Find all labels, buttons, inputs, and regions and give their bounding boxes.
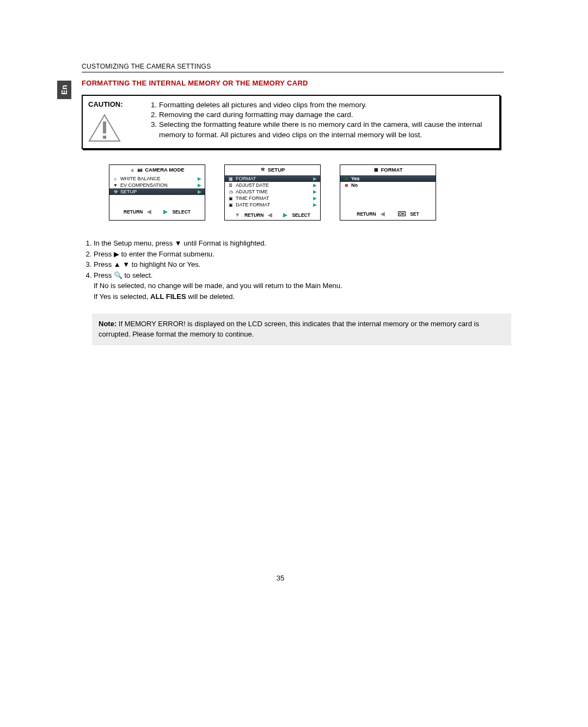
arrow-left-icon: ◀ <box>381 211 385 217</box>
caution-item: Formatting deletes all pictures and vide… <box>159 100 494 110</box>
date-icon: 🗓 <box>228 183 234 188</box>
menu-row: ▼ EV COMPENSATION ▶ <box>113 182 201 188</box>
arrow-right-icon: ▶ <box>198 182 201 188</box>
setup-icon: ⚒ <box>113 190 118 194</box>
menu-row: ▣ DATE FORMAT ▶ <box>228 201 317 208</box>
footer-select: SELECT <box>292 212 310 218</box>
arrow-right-icon: ▶ <box>313 176 317 181</box>
caution-label: CAUTION: <box>88 100 123 108</box>
menu-row-selected: ⚒ SETUP ▶ <box>109 188 205 195</box>
arrow-right-icon: ▶ <box>313 196 317 201</box>
arrow-right-icon: ▶ <box>313 202 317 207</box>
screen-format: ▦ FORMAT ✔ Yes ⊗ No RETURN ◀ OK SET <box>340 164 436 221</box>
format-icon: ▦ <box>228 176 234 181</box>
instruction-steps: In the Setup menu, press ▼ until Format … <box>82 238 504 302</box>
screen-setup: ⚒ SETUP ▦ FORMAT ▶ 🗓 ADJUST DATE ▶ ◷ ADJ… <box>224 164 321 221</box>
arrow-right-icon: ▶ <box>313 189 317 194</box>
ev-icon: ▼ <box>113 183 118 188</box>
menu-row-selected: ▦ FORMAT ▶ <box>225 175 320 182</box>
svg-rect-2 <box>103 136 106 139</box>
cross-icon: ⊗ <box>344 183 349 188</box>
footer-return: RETURN <box>244 212 264 218</box>
menu-row: ▣ TIME FORMAT ▶ <box>228 195 317 201</box>
language-tab: En <box>57 81 71 99</box>
page-number: 35 <box>57 574 504 582</box>
step-item: Press ▶ to enter the Format submenu. <box>94 249 504 260</box>
menu-row: ◷ ADJUST TIME ▶ <box>228 188 317 195</box>
timefmt-icon: ▣ <box>228 196 234 201</box>
svg-rect-1 <box>103 121 106 133</box>
arrow-right-icon: ▶ <box>313 182 317 188</box>
wb-icon: ☼ <box>113 176 118 181</box>
footer-return: RETURN <box>357 211 376 217</box>
arrow-left-icon: ◀ <box>268 212 272 218</box>
arrow-right-icon: ▶ <box>283 212 287 218</box>
menu-row-selected: ✔ Yes <box>340 175 436 182</box>
ok-icon: OK <box>398 211 406 216</box>
up-triangle-icon: ▲ <box>130 167 135 173</box>
arrow-right-icon: ▶ <box>163 209 168 215</box>
step-item: Press ▲ ▼ to highlight No or Yes. <box>94 259 504 270</box>
menu-row: ☼ WHITE BALANCE ▶ <box>113 175 201 182</box>
warning-icon <box>88 114 121 142</box>
step-sub: If No is selected, no change will be mad… <box>94 280 504 291</box>
caution-item: Removing the card during formatting may … <box>159 110 494 120</box>
note-box: Note: If MEMORY ERROR! is displayed on t… <box>92 314 511 345</box>
time-icon: ◷ <box>228 190 234 194</box>
arrow-right-icon: ▶ <box>198 189 201 194</box>
step-sub: If Yes is selected, ALL FILES will be de… <box>94 291 504 302</box>
footer-return: RETURN <box>124 209 143 215</box>
caution-item: Selecting the formatting feature while t… <box>159 120 494 139</box>
check-icon: ✔ <box>344 176 349 181</box>
section-header: CUSTOMIZING THE CAMERA SETTINGS <box>82 63 504 72</box>
datefmt-icon: ▣ <box>228 203 234 207</box>
setup-icon: ⚒ <box>260 167 266 172</box>
arrow-right-icon: ▶ <box>198 176 201 181</box>
down-triangle-icon: ▼ <box>235 212 240 218</box>
footer-select: SELECT <box>172 209 191 215</box>
caution-box: CAUTION: Formatting deletes all pictures… <box>82 95 500 149</box>
page-title: FORMATTING THE INTERNAL MEMORY OR THE ME… <box>82 79 504 87</box>
camera-icon: 📷 <box>137 167 143 172</box>
footer-set: SET <box>410 211 419 217</box>
arrow-left-icon: ◀ <box>147 209 151 215</box>
step-item: Press 🔍 to select. <box>94 270 504 281</box>
screen-camera-mode: ▲ 📷 CAMERA MODE ☼ WHITE BALANCE ▶ ▼ EV C… <box>109 164 205 221</box>
menu-row: 🗓 ADJUST DATE ▶ <box>228 182 317 188</box>
menu-row: ⊗ No <box>344 182 432 188</box>
format-icon: ▦ <box>373 167 379 172</box>
step-item: In the Setup menu, press ▼ until Format … <box>94 238 504 249</box>
